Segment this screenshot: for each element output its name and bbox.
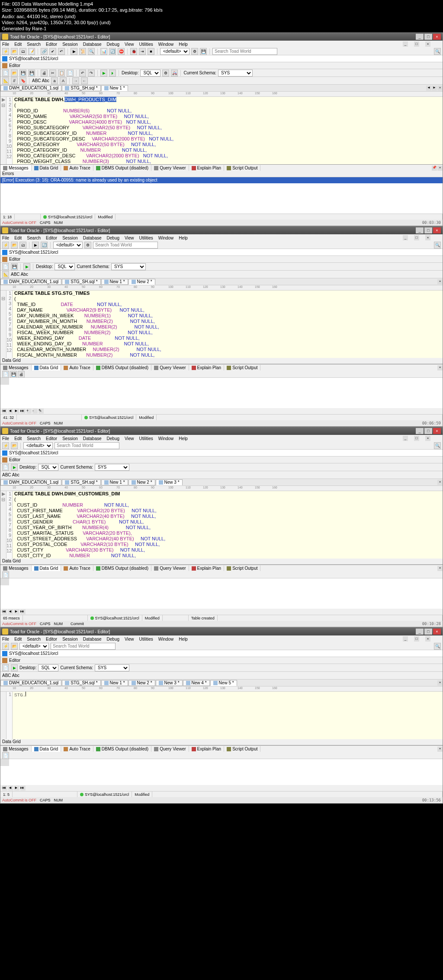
tb-refresh-icon[interactable]: 🔄	[109, 48, 116, 55]
menu-session[interactable]: Session	[62, 436, 78, 441]
tab-explain[interactable]: Explain Plan	[189, 565, 225, 571]
nav-last[interactable]: ⏭	[20, 785, 26, 791]
desktop-dropdown[interactable]: SQL	[38, 464, 58, 471]
et-cut-icon[interactable]: ✂	[49, 70, 56, 77]
tab-datagrid[interactable]: Data Grid	[32, 746, 61, 752]
et2-upper-icon[interactable]: A	[60, 77, 67, 84]
tab-autotrace[interactable]: Auto Trace	[61, 565, 93, 571]
et2-outdent-icon[interactable]: ←	[81, 77, 88, 84]
code-editor[interactable]: ▶⊟ 123456789101112 CREATE TABLE DWH.DWH_…	[0, 97, 443, 164]
mdi-close[interactable]: ×	[425, 41, 430, 47]
mdi-restore[interactable]: □	[414, 636, 419, 642]
menu-view[interactable]: View	[125, 436, 134, 441]
tb-rollback-icon[interactable]: ↶	[58, 48, 65, 55]
et-execute-icon[interactable]: ▶	[23, 263, 30, 270]
et-icon[interactable]: 📐	[2, 271, 9, 278]
menu-file[interactable]: File	[2, 436, 9, 441]
et-undo-icon[interactable]: ↶	[79, 70, 86, 77]
et-ambulance-icon[interactable]: 🚑	[171, 70, 178, 77]
mdi-minimize[interactable]: _	[403, 436, 408, 441]
tab-dbms[interactable]: DBMS Output (disabled)	[93, 365, 151, 370]
output-pin[interactable]: 📌	[432, 166, 437, 171]
menu-editor[interactable]: Editor	[46, 236, 57, 240]
minimize-button[interactable]: _	[416, 629, 424, 635]
et-icon[interactable]: 📄	[2, 263, 9, 270]
et2-bookmark-icon[interactable]: 🔖	[19, 77, 26, 84]
schema-dropdown[interactable]: SYS	[111, 263, 146, 270]
output-close[interactable]: ×	[437, 747, 443, 752]
et-save-icon[interactable]: 💾	[19, 70, 26, 77]
tab-script[interactable]: Script Output	[224, 746, 260, 752]
gt-icon[interactable]: 📄	[2, 371, 9, 378]
menu-editor[interactable]: Editor	[46, 42, 57, 47]
schema-dropdown[interactable]: SYS	[95, 664, 129, 671]
code-content[interactable]: CREATE TABLE STG.STG_TIMES ( TIME_ID DAT…	[13, 290, 443, 358]
menu-debug[interactable]: Debug	[107, 42, 119, 47]
et-copy-icon[interactable]: 📋	[58, 70, 65, 77]
et-execscript-icon[interactable]: ⏵	[109, 70, 116, 77]
menu-help[interactable]: Help	[179, 436, 188, 441]
search-input[interactable]	[55, 442, 119, 449]
code-content[interactable]: CREATE TABLE DWH.DWH_PRODUCTS_DIM ( PROD…	[13, 97, 443, 164]
minimize-button[interactable]: _	[416, 428, 424, 434]
menu-database[interactable]: Database	[83, 42, 102, 47]
mdi-minimize[interactable]: _	[403, 41, 408, 47]
tab-dbms[interactable]: DBMS Output (disabled)	[93, 565, 151, 571]
menu-file[interactable]: File	[2, 236, 9, 240]
menu-utilities[interactable]: Utilities	[139, 236, 153, 240]
code-content[interactable]: CREATE TABLE DWH.DWH_CUSTOMERS_DIM ( CUS…	[13, 491, 443, 559]
connection-bar[interactable]: SYS@localhost:1521/orcl	[0, 450, 443, 456]
tab-new1[interactable]: New 1 *	[101, 279, 128, 285]
minimize-button[interactable]: _	[416, 227, 424, 233]
mdi-minimize[interactable]: _	[403, 636, 408, 642]
fold-gutter[interactable]	[0, 692, 6, 739]
nav-prev[interactable]: ◄	[8, 409, 13, 414]
menu-database[interactable]: Database	[83, 637, 102, 642]
et-execute-icon[interactable]: ▶	[100, 70, 107, 77]
tb-icon[interactable]: 🗂	[19, 242, 26, 249]
tab-query[interactable]: Query Viewer	[151, 565, 189, 571]
tb-icon[interactable]: 🔄	[41, 242, 48, 249]
menu-utilities[interactable]: Utilities	[139, 637, 153, 642]
output-close[interactable]: ×	[437, 566, 443, 571]
gt-icon[interactable]: 📄	[2, 752, 9, 759]
tab-dwh-education[interactable]: DWH_EDUCATION_1.sql	[0, 279, 61, 285]
close-button[interactable]: ×	[433, 629, 441, 635]
minimize-button[interactable]: _	[416, 34, 424, 40]
menu-search[interactable]: Search	[27, 236, 41, 240]
tab-new5[interactable]: New 5 *	[210, 680, 237, 686]
code-content[interactable]: STG.	[13, 692, 443, 739]
tb-editor-icon[interactable]: 📝	[28, 48, 35, 55]
tabs-close[interactable]: ×	[437, 680, 443, 686]
tab-messages[interactable]: Messages	[0, 365, 32, 370]
tabs-close[interactable]: ×	[437, 86, 443, 91]
search-input[interactable]	[93, 242, 158, 249]
grid-body[interactable]	[9, 578, 443, 609]
menu-debug[interactable]: Debug	[107, 436, 119, 441]
desktop-dropdown[interactable]: SQL	[38, 664, 58, 671]
menu-search[interactable]: Search	[27, 637, 41, 642]
menu-editor[interactable]: Editor	[46, 436, 57, 441]
default-dropdown[interactable]: <default>	[19, 643, 49, 650]
tab-new3[interactable]: New 3 *	[156, 680, 183, 686]
tb-schema-icon[interactable]: 🗂	[19, 48, 26, 55]
mdi-minimize[interactable]: _	[403, 235, 408, 240]
tab-datagrid[interactable]: Data Grid	[32, 565, 61, 571]
fold-gutter[interactable]: ⊟	[0, 290, 6, 358]
tb-explain-icon[interactable]: 🔍	[88, 48, 95, 55]
menu-database[interactable]: Database	[83, 236, 102, 240]
et-config-icon[interactable]: ⚙	[162, 70, 169, 77]
maximize-button[interactable]: □	[424, 428, 432, 434]
menu-utilities[interactable]: Utilities	[139, 42, 153, 47]
et-print-icon[interactable]: 🖨	[41, 70, 48, 77]
title-bar[interactable]: Toad for Oracle - [SYS@localhost:1521/or…	[0, 628, 443, 635]
tab-dwh-education[interactable]: DWH_EDUCATION_1.sql	[0, 479, 61, 485]
et-saveall-icon[interactable]: 💾	[28, 70, 35, 77]
menu-help[interactable]: Help	[179, 236, 188, 240]
et-new-icon[interactable]: 📄	[2, 70, 9, 77]
search-icon[interactable]: 🔍	[434, 442, 441, 449]
fold-gutter[interactable]: ▶⊟	[0, 97, 6, 164]
fold-gutter[interactable]: ▶⊟	[0, 491, 6, 559]
tab-script[interactable]: Script Output	[224, 565, 260, 571]
tab-new4[interactable]: New 4 *	[183, 680, 210, 686]
